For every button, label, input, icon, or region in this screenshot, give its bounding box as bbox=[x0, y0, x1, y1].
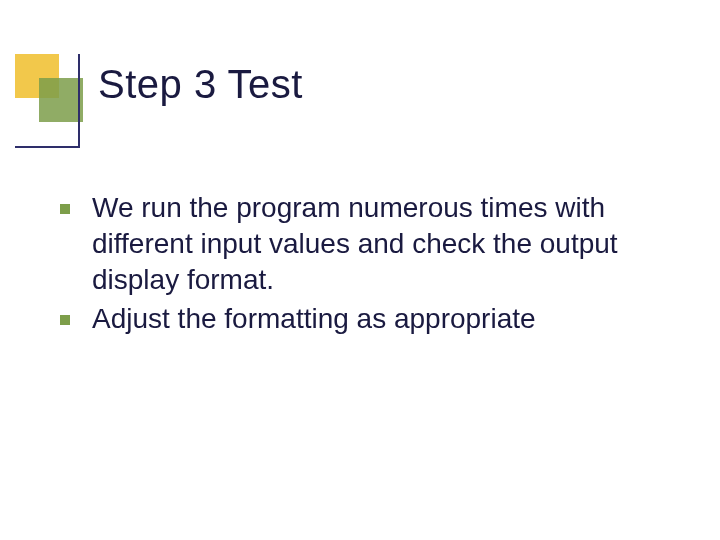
title-divider-horizontal bbox=[15, 146, 80, 148]
bullet-item: Adjust the formatting as appropriate bbox=[60, 301, 670, 337]
title-ornament bbox=[15, 54, 85, 124]
bullet-item: We run the program numerous times with d… bbox=[60, 190, 670, 297]
slide: Step 3 Test We run the program numerous … bbox=[0, 0, 720, 540]
bullet-square-icon bbox=[60, 315, 70, 325]
bullet-square-icon bbox=[60, 204, 70, 214]
slide-body: We run the program numerous times with d… bbox=[60, 190, 670, 341]
bullet-text: Adjust the formatting as appropriate bbox=[92, 301, 536, 337]
ornament-square-front bbox=[39, 78, 83, 122]
bullet-text: We run the program numerous times with d… bbox=[92, 190, 652, 297]
slide-title: Step 3 Test bbox=[98, 62, 303, 107]
title-divider-vertical bbox=[78, 54, 80, 148]
